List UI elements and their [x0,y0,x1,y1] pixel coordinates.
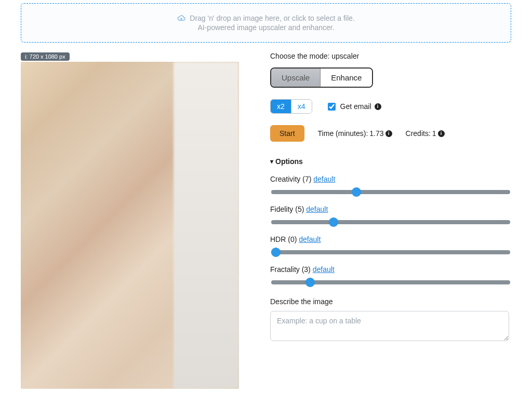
get-email-label: Get email [340,102,371,111]
slider-fractality: Fractality (3) default [270,265,509,286]
dropzone-text-2: AI-powered image upscaler and enhancer. [26,23,506,32]
image-preview [21,62,239,389]
hdr-slider[interactable] [271,250,510,254]
creativity-slider[interactable] [271,190,510,194]
slider-hdr: HDR (0) default [270,235,509,256]
creativity-label: Creativity (7) [270,175,313,183]
mode-toggle-group: Upscale Enhance [270,67,373,88]
cloud-upload-icon [177,14,185,22]
hdr-label: HDR (0) [270,235,299,243]
factor-x2-button[interactable]: x2 [271,100,291,113]
scale-factor-group: x2 x4 [270,99,312,114]
info-icon[interactable]: i [385,130,392,137]
fractality-label: Fractality (3) [270,265,313,274]
fractality-default-link[interactable]: default [313,265,335,274]
slider-creativity: Creativity (7) default [270,175,509,196]
slider-fidelity: Fidelity (5) default [270,205,509,226]
fidelity-slider[interactable] [271,220,510,224]
mode-enhance-button[interactable]: Enhance [320,69,372,87]
fidelity-label: Fidelity (5) [270,205,306,213]
image-size-badge: i: 720 x 1080 px [21,52,70,61]
dropzone[interactable]: Drag 'n' drop an image here, or click to… [21,3,511,43]
describe-textarea[interactable] [270,311,509,341]
info-icon[interactable]: i [375,103,381,110]
fidelity-default-link[interactable]: default [306,205,328,213]
credits-stat: Credits: 1 i [406,129,445,138]
factor-x4-button[interactable]: x4 [291,100,312,113]
hdr-default-link[interactable]: default [299,235,321,243]
get-email-checkbox[interactable] [328,103,336,111]
options-toggle[interactable]: Options [270,157,509,166]
mode-label: Choose the mode: upscaler [270,52,509,60]
start-button[interactable]: Start [270,125,304,142]
fractality-slider[interactable] [271,280,510,284]
creativity-default-link[interactable]: default [313,175,335,183]
info-icon[interactable]: i [438,130,445,137]
options-section: Options Creativity (7) default Fidelity … [270,157,509,343]
dropzone-text-1: Drag 'n' drop an image here, or click to… [190,14,354,22]
describe-label: Describe the image [270,297,509,306]
time-stat: Time (minutes): 1.73 i [318,129,392,138]
mode-upscale-button[interactable]: Upscale [271,69,320,87]
